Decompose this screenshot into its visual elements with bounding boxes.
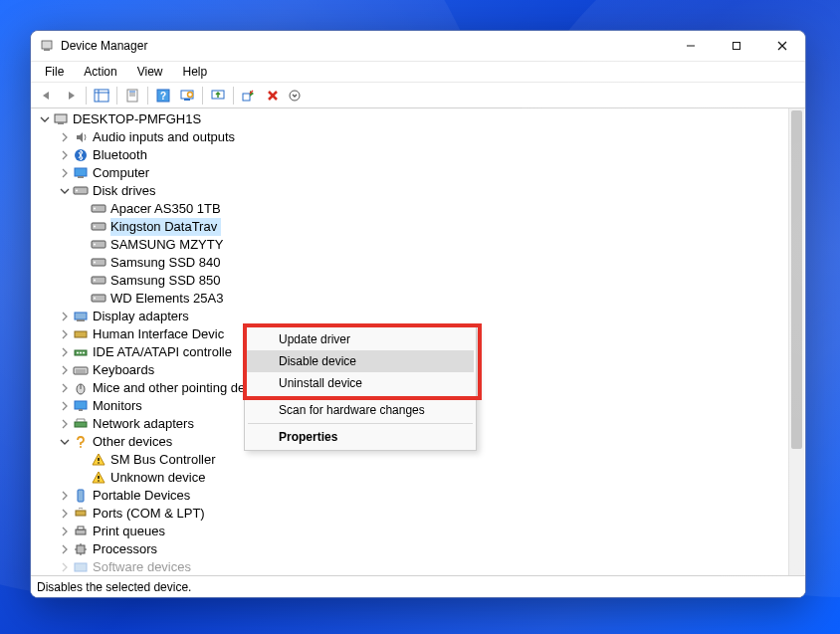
device-manager-window: Device Manager File Action View Help [30, 30, 806, 598]
svg-point-47 [80, 352, 82, 354]
expander-icon[interactable] [59, 526, 71, 537]
disable-device-icon [242, 89, 256, 103]
toolbar-back-button[interactable] [35, 85, 59, 106]
expander-icon[interactable] [59, 543, 71, 555]
expander-icon[interactable] [59, 328, 71, 340]
tree-item-ports[interactable]: Ports (COM & LPT) [35, 505, 801, 523]
tree-item-label: Keyboards [93, 361, 154, 379]
tree-item-other-device[interactable]: SM Bus Controller [35, 451, 801, 469]
expander-icon[interactable] [59, 311, 71, 322]
help-icon: ? [156, 89, 170, 103]
keyboard-icon [73, 362, 89, 378]
toolbar-disable-button[interactable] [237, 85, 261, 106]
svg-rect-64 [76, 529, 86, 534]
menu-help[interactable]: Help [175, 63, 216, 81]
tree-item-disk[interactable]: Samsung SSD 850 [35, 272, 801, 290]
network-icon [73, 416, 89, 432]
expander-icon[interactable] [59, 149, 71, 161]
tree-item-disk[interactable]: WD Elements 25A3 [35, 290, 801, 308]
expander-icon[interactable] [59, 364, 71, 376]
svg-rect-16 [184, 99, 190, 101]
tree-root-row[interactable]: DESKTOP-PMFGH1S [35, 110, 801, 128]
toolbar-forward-button[interactable] [59, 85, 83, 106]
tree-item-disk[interactable]: Apacer AS350 1TB [35, 200, 801, 218]
expander-icon[interactable] [59, 561, 71, 573]
toolbar-views-button[interactable] [285, 85, 309, 106]
toolbar-uninstall-button[interactable] [261, 85, 285, 106]
svg-text:?: ? [160, 91, 166, 102]
tree-item-disk-drives[interactable]: Disk drives [35, 182, 801, 200]
context-menu-update-driver[interactable]: Update driver [247, 328, 474, 350]
toolbar-showhide-button[interactable] [90, 85, 113, 106]
tree-item-bluetooth[interactable]: Bluetooth [35, 146, 801, 164]
views-dropdown-icon [288, 89, 306, 103]
minimize-button[interactable] [668, 31, 714, 61]
scan-hardware-icon [180, 89, 194, 103]
tree-item-disk[interactable]: SAMSUNG MZYTY [35, 236, 801, 254]
tree-item-computer[interactable]: Computer [35, 164, 801, 182]
context-menu-scan-hardware[interactable]: Scan for hardware changes [247, 399, 474, 421]
statusbar-text: Disables the selected device. [37, 580, 191, 594]
expander-icon[interactable] [59, 346, 71, 358]
svg-point-31 [94, 208, 96, 210]
tree-item-audio[interactable]: Audio inputs and outputs [35, 128, 801, 146]
toolbar-properties-button[interactable] [120, 85, 144, 106]
svg-rect-1 [44, 49, 50, 51]
menu-action[interactable]: Action [76, 63, 124, 81]
svg-point-46 [77, 352, 79, 354]
properties-icon [125, 89, 139, 103]
tree-item-print-queues[interactable]: Print queues [35, 523, 801, 540]
svg-point-41 [94, 298, 96, 300]
tree-item-software-devices[interactable]: Software devices [35, 558, 801, 575]
toolbar-separator [116, 87, 117, 105]
expander-icon[interactable] [59, 382, 71, 394]
svg-point-48 [83, 352, 85, 354]
toolbar-separator [233, 87, 234, 105]
toolbar-separator [86, 87, 87, 105]
expander-icon[interactable] [59, 418, 71, 430]
display-adapter-icon [73, 309, 89, 324]
context-menu-properties[interactable]: Properties [247, 426, 474, 448]
printer-icon [73, 524, 89, 539]
expander-icon[interactable] [59, 167, 71, 179]
context-menu-separator [248, 423, 473, 424]
device-manager-app-icon [39, 38, 55, 54]
menu-view[interactable]: View [129, 63, 171, 81]
expander-icon[interactable] [59, 490, 71, 502]
svg-rect-54 [75, 401, 87, 409]
expander-icon[interactable] [59, 185, 71, 197]
tree-item-portable[interactable]: Portable Devices [35, 487, 801, 505]
tree-item-label: Samsung SSD 850 [110, 272, 221, 290]
expander-icon[interactable] [39, 113, 51, 125]
tree-item-disk-selected[interactable]: Kingston DataTrav [35, 218, 801, 236]
scrollbar-thumb[interactable] [791, 110, 802, 449]
tree-scrollbar[interactable] [788, 108, 804, 575]
svg-line-4 [778, 42, 786, 50]
console-tree-icon [94, 89, 109, 103]
tree-item-label: Other devices [93, 433, 172, 451]
expander-icon[interactable] [59, 436, 71, 448]
context-menu-disable-device[interactable]: Disable device [247, 350, 474, 372]
tree-item-processors[interactable]: Processors [35, 540, 801, 558]
tree-item-label: Disk drives [93, 182, 156, 200]
svg-rect-24 [58, 122, 64, 124]
disk-icon [91, 273, 106, 289]
expander-icon[interactable] [59, 131, 71, 143]
close-button[interactable] [759, 31, 805, 61]
svg-rect-6 [95, 90, 108, 102]
svg-rect-62 [78, 490, 84, 502]
tree-item-label: WD Elements 25A3 [110, 290, 223, 308]
expander-icon[interactable] [59, 508, 71, 520]
toolbar-update-driver-button[interactable] [206, 85, 230, 106]
toolbar-help-button[interactable]: ? [151, 85, 175, 106]
titlebar: Device Manager [31, 31, 805, 61]
tree-item-other-device[interactable]: Unknown device [35, 469, 801, 487]
tree-item-disk[interactable]: Samsung SSD 840 [35, 254, 801, 272]
expander-icon[interactable] [59, 400, 71, 412]
menu-file[interactable]: File [37, 63, 72, 81]
context-menu-uninstall-device[interactable]: Uninstall device [247, 372, 474, 394]
toolbar-refresh-button[interactable] [175, 85, 199, 106]
toolbar-separator [147, 87, 148, 105]
tree-item-display-adapters[interactable]: Display adapters [35, 308, 801, 325]
maximize-button[interactable] [714, 31, 759, 61]
